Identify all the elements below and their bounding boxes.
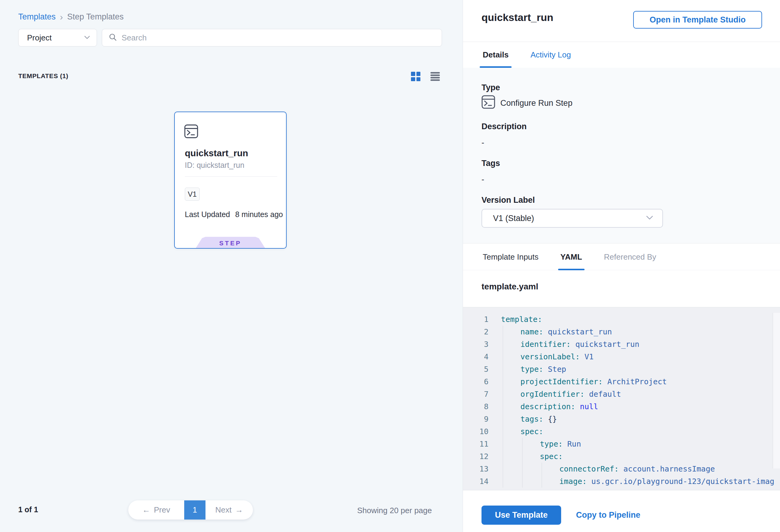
code-line: 8description: null: [463, 400, 780, 413]
type-row: Configure Run Step: [482, 95, 572, 111]
tags-label: Tags: [482, 159, 500, 168]
templates-count-label: TEMPLATES (1): [18, 72, 68, 80]
breadcrumb-current: Step Templates: [67, 12, 124, 21]
code-line: 10spec:: [463, 425, 780, 438]
filter-bar: Project: [18, 29, 442, 47]
version-chip: V1: [185, 188, 200, 201]
detail-title: quickstart_run: [482, 11, 553, 23]
code-line: 6projectIdentifier: ArchitProject: [463, 376, 780, 388]
next-page-button[interactable]: Next →: [205, 500, 253, 520]
tab-template-inputs[interactable]: Template Inputs: [482, 243, 540, 270]
search-box: [102, 29, 442, 47]
code-line: 5type: Step: [463, 363, 780, 376]
version-label: Version Label: [482, 195, 535, 205]
result-count: 1 of 1: [18, 505, 38, 514]
code-line: 11type: Run: [463, 438, 780, 450]
code-line: 9tags: {}: [463, 413, 780, 425]
arrow-right-icon: →: [235, 505, 243, 515]
chevron-down-icon: [646, 215, 653, 221]
yaml-code-block: 1template:2name: quickstart_run3identifi…: [463, 307, 780, 490]
details-section: Type Configure Run Step Description - Ta…: [463, 68, 780, 243]
search-icon: [108, 33, 117, 43]
grid-view-icon[interactable]: [411, 72, 421, 81]
scope-select[interactable]: Project: [18, 29, 97, 47]
code-line: 7orgIdentifier: default: [463, 388, 780, 400]
card-divider: [185, 176, 277, 177]
search-input[interactable]: [121, 33, 436, 43]
file-name: template.yaml: [482, 282, 538, 292]
breadcrumb-templates-link[interactable]: Templates: [18, 12, 56, 21]
prev-page-button[interactable]: ← Prev: [128, 500, 184, 520]
last-updated-row: Last Updated 8 minutes ago: [185, 210, 283, 219]
description-value: -: [482, 138, 484, 147]
breadcrumb-separator-icon: ›: [60, 13, 63, 21]
last-updated-label: Last Updated: [185, 210, 230, 219]
code-line: 1template:: [463, 313, 780, 326]
code-scrollbar[interactable]: [773, 313, 780, 469]
code-line: 13connectorRef: account.harnessImage: [463, 463, 780, 475]
tab-details[interactable]: Details: [482, 42, 510, 68]
page-number-button[interactable]: 1: [184, 500, 205, 520]
code-line: 12spec:: [463, 450, 780, 463]
open-template-studio-button[interactable]: Open in Template Studio: [633, 11, 762, 29]
yaml-tabs-band: Template Inputs YAML Referenced By: [463, 243, 780, 270]
code-line: 4versionLabel: V1: [463, 350, 780, 363]
last-updated-value: 8 minutes ago: [235, 210, 283, 219]
templates-page: Templates › Step Templates Project TEMPL…: [0, 0, 780, 532]
file-header-band: template.yaml: [463, 270, 780, 307]
code-line: 2name: quickstart_run: [463, 326, 780, 338]
per-page-label: Showing 20 per page: [357, 506, 432, 515]
view-toggles: [411, 72, 440, 81]
chevron-down-icon: [84, 35, 90, 40]
version-select-value: V1 (Stable): [493, 214, 534, 223]
tags-value: -: [482, 175, 484, 184]
code-line: 14image: us.gcr.io/playground-123/quicks…: [463, 475, 780, 488]
code-line: 3identifier: quickstart_run: [463, 338, 780, 350]
card-id: ID: quickstart_run: [185, 161, 244, 170]
use-template-button[interactable]: Use Template: [482, 505, 561, 525]
tab-yaml[interactable]: YAML: [559, 243, 583, 270]
pagination: ← Prev 1 Next →: [128, 500, 253, 520]
template-card[interactable]: quickstart_run ID: quickstart_run V1 Las…: [174, 111, 287, 249]
tab-activity-log[interactable]: Activity Log: [529, 42, 572, 68]
template-detail-panel: quickstart_run Open in Template Studio D…: [463, 0, 780, 532]
detail-tabs: Details Activity Log: [482, 42, 572, 68]
breadcrumb: Templates › Step Templates: [18, 12, 124, 21]
run-step-terminal-icon: [184, 124, 198, 140]
version-select[interactable]: V1 (Stable): [482, 209, 663, 228]
templates-list-panel: Templates › Step Templates Project TEMPL…: [0, 0, 463, 532]
card-title: quickstart_run: [185, 148, 248, 158]
run-step-terminal-icon: [482, 95, 495, 111]
list-view-icon[interactable]: [430, 72, 440, 81]
type-label: Type: [482, 83, 500, 92]
copy-to-pipeline-link[interactable]: Copy to Pipeline: [576, 505, 640, 525]
description-label: Description: [482, 122, 527, 131]
step-type-ribbon: STEP: [196, 237, 265, 248]
scope-select-value: Project: [27, 33, 52, 43]
tab-referenced-by[interactable]: Referenced By: [603, 243, 657, 270]
yaml-code-lines: 1template:2name: quickstart_run3identifi…: [463, 313, 780, 488]
type-value: Configure Run Step: [500, 98, 572, 108]
arrow-left-icon: ←: [142, 505, 150, 515]
